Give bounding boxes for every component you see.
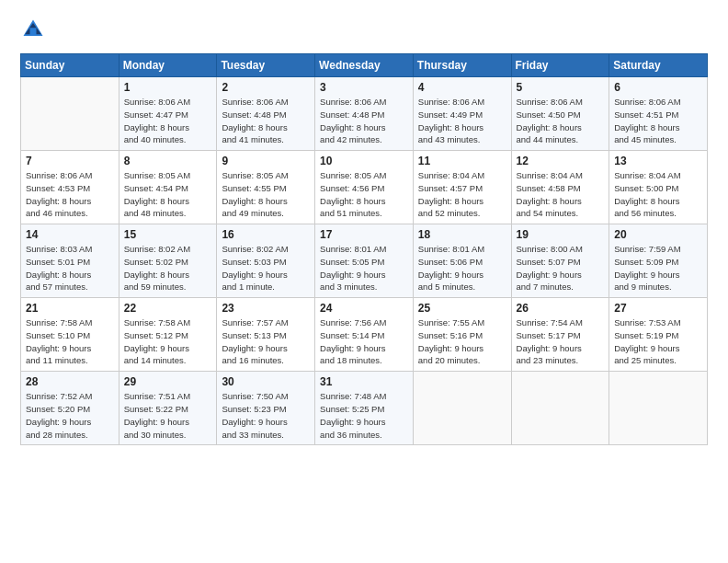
- day-number: 16: [222, 228, 310, 241]
- cell-content: Sunrise: 7:58 AM Sunset: 5:12 PM Dayligh…: [124, 316, 212, 367]
- day-number: 11: [418, 155, 506, 167]
- logo-icon: [20, 17, 46, 42]
- day-number: 17: [320, 228, 408, 241]
- weekday-header-monday: Monday: [119, 54, 217, 77]
- day-number: 14: [26, 228, 114, 241]
- cell-content: Sunrise: 8:05 AM Sunset: 4:55 PM Dayligh…: [222, 169, 310, 220]
- header: [20, 17, 708, 42]
- day-number: 31: [320, 375, 408, 388]
- calendar-cell: 14Sunrise: 8:03 AM Sunset: 5:01 PM Dayli…: [21, 224, 119, 298]
- calendar-cell: 31Sunrise: 7:48 AM Sunset: 5:25 PM Dayli…: [315, 372, 414, 445]
- day-number: 2: [222, 81, 310, 94]
- cell-content: Sunrise: 7:55 AM Sunset: 5:16 PM Dayligh…: [418, 316, 506, 367]
- day-number: 5: [517, 81, 605, 94]
- cell-content: Sunrise: 7:52 AM Sunset: 5:20 PM Dayligh…: [26, 390, 114, 441]
- cell-content: Sunrise: 8:03 AM Sunset: 5:01 PM Dayligh…: [26, 243, 114, 293]
- day-number: 15: [124, 228, 212, 241]
- weekday-header-thursday: Thursday: [413, 54, 511, 77]
- cell-content: Sunrise: 8:06 AM Sunset: 4:48 PM Dayligh…: [222, 96, 310, 146]
- cell-content: Sunrise: 8:05 AM Sunset: 4:56 PM Dayligh…: [320, 169, 408, 220]
- calendar-cell: 18Sunrise: 8:01 AM Sunset: 5:06 PM Dayli…: [413, 224, 511, 298]
- day-number: 7: [26, 155, 114, 167]
- cell-content: Sunrise: 8:06 AM Sunset: 4:47 PM Dayligh…: [124, 96, 212, 146]
- cell-content: Sunrise: 8:04 AM Sunset: 4:57 PM Dayligh…: [418, 169, 506, 220]
- cell-content: Sunrise: 7:51 AM Sunset: 5:22 PM Dayligh…: [124, 390, 212, 441]
- weekday-header-tuesday: Tuesday: [217, 54, 315, 77]
- day-number: 13: [614, 155, 702, 167]
- calendar-table: SundayMondayTuesdayWednesdayThursdayFrid…: [20, 53, 708, 445]
- calendar-cell: 5Sunrise: 8:06 AM Sunset: 4:50 PM Daylig…: [511, 77, 609, 151]
- day-number: 30: [222, 375, 310, 388]
- calendar-cell: [609, 372, 708, 445]
- calendar-cell: 3Sunrise: 8:06 AM Sunset: 4:48 PM Daylig…: [315, 77, 414, 151]
- cell-content: Sunrise: 7:59 AM Sunset: 5:09 PM Dayligh…: [614, 243, 702, 293]
- calendar-week-3: 14Sunrise: 8:03 AM Sunset: 5:01 PM Dayli…: [21, 224, 708, 298]
- cell-content: Sunrise: 8:06 AM Sunset: 4:49 PM Dayligh…: [418, 96, 506, 146]
- calendar-cell: 6Sunrise: 8:06 AM Sunset: 4:51 PM Daylig…: [609, 77, 708, 151]
- day-number: 23: [222, 302, 310, 315]
- calendar-body: 1Sunrise: 8:06 AM Sunset: 4:47 PM Daylig…: [21, 77, 708, 445]
- cell-content: Sunrise: 7:50 AM Sunset: 5:23 PM Dayligh…: [222, 390, 310, 441]
- calendar-cell: 16Sunrise: 8:02 AM Sunset: 5:03 PM Dayli…: [217, 224, 315, 298]
- weekday-header-saturday: Saturday: [609, 54, 708, 77]
- cell-content: Sunrise: 8:01 AM Sunset: 5:06 PM Dayligh…: [418, 243, 506, 293]
- day-number: 3: [320, 81, 408, 94]
- calendar-cell: [413, 372, 511, 445]
- day-number: 4: [418, 81, 506, 94]
- day-number: 19: [517, 228, 605, 241]
- calendar-cell: 10Sunrise: 8:05 AM Sunset: 4:56 PM Dayli…: [315, 151, 414, 224]
- calendar-cell: [511, 372, 609, 445]
- day-number: 26: [517, 302, 605, 315]
- calendar-cell: 17Sunrise: 8:01 AM Sunset: 5:05 PM Dayli…: [315, 224, 414, 298]
- cell-content: Sunrise: 8:06 AM Sunset: 4:48 PM Dayligh…: [320, 96, 408, 146]
- logo: [20, 17, 50, 42]
- calendar-cell: 26Sunrise: 7:54 AM Sunset: 5:17 PM Dayli…: [511, 298, 609, 372]
- cell-content: Sunrise: 8:04 AM Sunset: 5:00 PM Dayligh…: [614, 169, 702, 220]
- day-number: 6: [614, 81, 702, 94]
- cell-content: Sunrise: 7:56 AM Sunset: 5:14 PM Dayligh…: [320, 316, 408, 367]
- calendar-cell: 23Sunrise: 7:57 AM Sunset: 5:13 PM Dayli…: [217, 298, 315, 372]
- cell-content: Sunrise: 8:06 AM Sunset: 4:53 PM Dayligh…: [26, 169, 114, 220]
- day-number: 8: [124, 155, 212, 167]
- cell-content: Sunrise: 8:06 AM Sunset: 4:50 PM Dayligh…: [517, 96, 605, 146]
- calendar-cell: 21Sunrise: 7:58 AM Sunset: 5:10 PM Dayli…: [21, 298, 119, 372]
- day-number: 12: [517, 155, 605, 167]
- day-number: 28: [26, 375, 114, 388]
- calendar-cell: 24Sunrise: 7:56 AM Sunset: 5:14 PM Dayli…: [315, 298, 414, 372]
- cell-content: Sunrise: 8:04 AM Sunset: 4:58 PM Dayligh…: [517, 169, 605, 220]
- weekday-header-wednesday: Wednesday: [315, 54, 414, 77]
- calendar-cell: 28Sunrise: 7:52 AM Sunset: 5:20 PM Dayli…: [21, 372, 119, 445]
- calendar-cell: 30Sunrise: 7:50 AM Sunset: 5:23 PM Dayli…: [217, 372, 315, 445]
- day-number: 27: [614, 302, 702, 315]
- day-number: 9: [222, 155, 310, 167]
- day-number: 1: [124, 81, 212, 94]
- calendar-cell: 19Sunrise: 8:00 AM Sunset: 5:07 PM Dayli…: [511, 224, 609, 298]
- weekday-row: SundayMondayTuesdayWednesdayThursdayFrid…: [21, 54, 708, 77]
- cell-content: Sunrise: 7:58 AM Sunset: 5:10 PM Dayligh…: [26, 316, 114, 367]
- calendar-cell: 29Sunrise: 7:51 AM Sunset: 5:22 PM Dayli…: [119, 372, 217, 445]
- day-number: 18: [418, 228, 506, 241]
- cell-content: Sunrise: 7:54 AM Sunset: 5:17 PM Dayligh…: [517, 316, 605, 367]
- day-number: 20: [614, 228, 702, 241]
- calendar-cell: 11Sunrise: 8:04 AM Sunset: 4:57 PM Dayli…: [413, 151, 511, 224]
- day-number: 25: [418, 302, 506, 315]
- calendar-cell: 15Sunrise: 8:02 AM Sunset: 5:02 PM Dayli…: [119, 224, 217, 298]
- calendar-cell: 27Sunrise: 7:53 AM Sunset: 5:19 PM Dayli…: [609, 298, 708, 372]
- cell-content: Sunrise: 8:02 AM Sunset: 5:02 PM Dayligh…: [124, 243, 212, 293]
- calendar-cell: 1Sunrise: 8:06 AM Sunset: 4:47 PM Daylig…: [119, 77, 217, 151]
- day-number: 24: [320, 302, 408, 315]
- cell-content: Sunrise: 8:01 AM Sunset: 5:05 PM Dayligh…: [320, 243, 408, 293]
- cell-content: Sunrise: 8:05 AM Sunset: 4:54 PM Dayligh…: [124, 169, 212, 220]
- calendar-cell: 12Sunrise: 8:04 AM Sunset: 4:58 PM Dayli…: [511, 151, 609, 224]
- calendar-cell: 2Sunrise: 8:06 AM Sunset: 4:48 PM Daylig…: [217, 77, 315, 151]
- day-number: 21: [26, 302, 114, 315]
- calendar-cell: 25Sunrise: 7:55 AM Sunset: 5:16 PM Dayli…: [413, 298, 511, 372]
- cell-content: Sunrise: 8:02 AM Sunset: 5:03 PM Dayligh…: [222, 243, 310, 293]
- calendar-week-2: 7Sunrise: 8:06 AM Sunset: 4:53 PM Daylig…: [21, 151, 708, 224]
- calendar-cell: 9Sunrise: 8:05 AM Sunset: 4:55 PM Daylig…: [217, 151, 315, 224]
- cell-content: Sunrise: 7:53 AM Sunset: 5:19 PM Dayligh…: [614, 316, 702, 367]
- cell-content: Sunrise: 8:00 AM Sunset: 5:07 PM Dayligh…: [517, 243, 605, 293]
- weekday-header-sunday: Sunday: [21, 54, 119, 77]
- page: SundayMondayTuesdayWednesdayThursdayFrid…: [0, 0, 728, 563]
- weekday-header-friday: Friday: [511, 54, 609, 77]
